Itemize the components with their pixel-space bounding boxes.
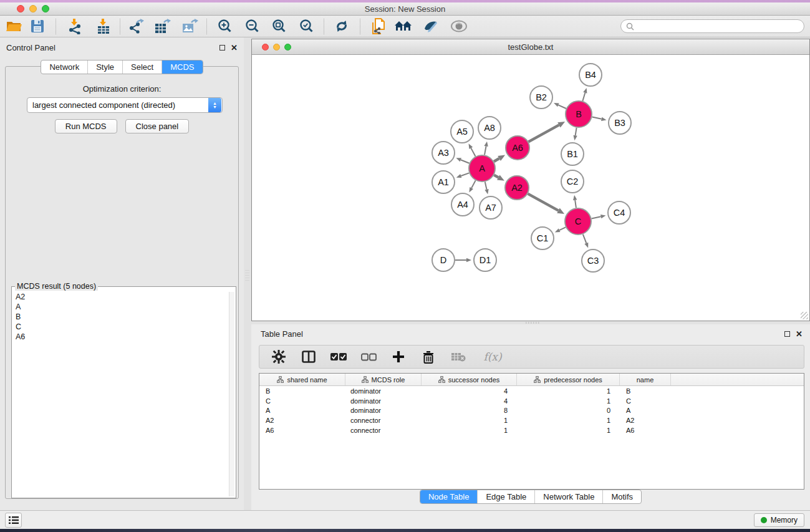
cell[interactable]: 1 xyxy=(517,417,620,424)
node-A7[interactable]: A7 xyxy=(480,196,502,219)
optimization-criterion-dropdown[interactable]: largest connected component (directed) ▲… xyxy=(27,97,223,113)
zoom-in-button[interactable] xyxy=(214,17,236,36)
delete-columns-button[interactable] xyxy=(420,351,436,364)
node-A3[interactable]: A3 xyxy=(432,142,455,164)
mcds-result-item[interactable]: B xyxy=(13,312,228,322)
column-header-name[interactable]: name xyxy=(620,374,671,385)
node-C[interactable]: C xyxy=(565,208,591,235)
close-panel-icon[interactable]: ✕ xyxy=(231,45,238,51)
search-input[interactable] xyxy=(637,22,799,31)
cell[interactable]: 8 xyxy=(422,407,517,414)
edge-A-A7[interactable] xyxy=(485,181,488,194)
tab-edge-table[interactable]: Edge Table xyxy=(477,490,534,503)
divider-grip[interactable] xyxy=(526,322,539,324)
table-row[interactable]: Bdominator41B xyxy=(259,386,804,396)
save-session-button[interactable] xyxy=(26,17,49,36)
column-header-successor-nodes[interactable]: successor nodes xyxy=(422,374,517,385)
deselect-all-button[interactable] xyxy=(360,353,377,361)
edge-C-C4[interactable] xyxy=(592,215,606,218)
cell[interactable]: B xyxy=(259,387,345,395)
function-builder-button[interactable]: f(x) xyxy=(480,351,505,363)
zoom-fit-button[interactable] xyxy=(268,17,291,36)
cell[interactable]: C xyxy=(620,397,671,405)
window-resize-grip[interactable] xyxy=(801,312,808,319)
close-panel-button[interactable]: Close panel xyxy=(125,119,190,133)
table-options-button[interactable] xyxy=(271,350,287,364)
edge-B-B3[interactable] xyxy=(592,117,607,121)
show-column-panel-button[interactable] xyxy=(301,351,317,363)
cell[interactable]: A xyxy=(620,407,671,414)
network-canvas[interactable]: B4B2BB3A8A5A6A3B1AC2A1A2A4A7C4CC1C3DD1 xyxy=(252,55,809,321)
vertical-split-divider[interactable] xyxy=(244,37,251,510)
edge-A-A8[interactable] xyxy=(484,142,488,155)
column-header-predecessor-nodes[interactable]: predecessor nodes xyxy=(517,374,620,385)
cell[interactable]: A xyxy=(259,407,345,414)
node-A6[interactable]: A6 xyxy=(506,136,529,160)
cell[interactable]: 1 xyxy=(422,427,517,434)
cell[interactable]: A6 xyxy=(620,427,671,434)
table-row[interactable]: A6connector11A6 xyxy=(259,425,804,435)
column-header-shared-name[interactable]: shared name xyxy=(259,374,345,385)
create-column-button[interactable] xyxy=(390,351,407,363)
node-D[interactable]: D xyxy=(432,249,455,271)
delete-table-button[interactable] xyxy=(450,352,466,362)
edge-B-B2[interactable] xyxy=(554,103,566,109)
export-table-button[interactable] xyxy=(152,17,174,36)
edge-D-D1[interactable] xyxy=(455,258,471,262)
task-history-button[interactable] xyxy=(5,513,22,528)
clone-network-button[interactable] xyxy=(367,17,390,36)
cell[interactable]: 1 xyxy=(422,417,517,424)
node-C4[interactable]: C4 xyxy=(608,201,630,224)
mcds-result-item[interactable]: A2 xyxy=(13,292,228,302)
cell[interactable]: 4 xyxy=(422,397,517,405)
node-B2[interactable]: B2 xyxy=(530,86,552,109)
edge-A-A3[interactable] xyxy=(456,158,469,163)
cell[interactable]: 4 xyxy=(422,387,517,395)
tab-network[interactable]: Network xyxy=(41,60,87,74)
cell[interactable]: connector xyxy=(345,417,422,424)
edge-C-C3[interactable] xyxy=(583,235,588,248)
zoom-out-button[interactable] xyxy=(241,17,264,36)
table-row[interactable]: Adominator80A xyxy=(259,406,804,416)
tab-style[interactable]: Style xyxy=(87,60,122,74)
open-file-button[interactable] xyxy=(2,17,25,36)
node-C1[interactable]: C1 xyxy=(531,227,554,249)
network-graph[interactable]: B4B2BB3A8A5A6A3B1AC2A1A2A4A7C4CC1C3DD1 xyxy=(252,55,809,321)
column-header-MCDS-role[interactable]: MCDS role xyxy=(345,374,422,385)
tab-select[interactable]: Select xyxy=(122,60,162,74)
float-table-panel-icon[interactable] xyxy=(784,331,790,337)
node-B1[interactable]: B1 xyxy=(561,143,584,165)
node-D1[interactable]: D1 xyxy=(474,249,496,271)
select-all-button[interactable] xyxy=(330,352,347,361)
edge-C-C1[interactable] xyxy=(555,227,566,232)
cell[interactable]: 1 xyxy=(517,387,620,395)
cell[interactable]: A2 xyxy=(259,417,345,424)
mcds-result-item[interactable]: A xyxy=(13,302,228,312)
edge-A6-B[interactable] xyxy=(529,122,566,142)
tab-node-table[interactable]: Node Table xyxy=(420,490,478,503)
search-field[interactable] xyxy=(620,19,804,33)
node-C3[interactable]: C3 xyxy=(582,249,604,272)
cell[interactable]: 1 xyxy=(517,427,620,434)
birds-eye-view-button[interactable] xyxy=(448,17,470,36)
run-mcds-button[interactable]: Run MCDS xyxy=(55,119,117,133)
node-B4[interactable]: B4 xyxy=(579,64,602,86)
table-row[interactable]: Cdominator41C xyxy=(259,396,804,406)
memory-button[interactable]: Memory xyxy=(754,513,804,527)
cell[interactable]: A2 xyxy=(620,417,671,424)
cell[interactable]: 0 xyxy=(517,407,620,414)
edge-A-A5[interactable] xyxy=(468,143,475,156)
table-row[interactable]: A2connector11A2 xyxy=(259,415,804,425)
node-C2[interactable]: C2 xyxy=(561,170,584,193)
node-A[interactable]: A xyxy=(469,155,495,181)
node-A1[interactable]: A1 xyxy=(432,171,455,193)
mcds-result-item[interactable]: C xyxy=(13,322,228,332)
cell[interactable]: connector xyxy=(345,427,422,434)
apply-layout-button[interactable] xyxy=(330,17,353,36)
cell[interactable]: C xyxy=(259,397,345,405)
edge-A-A6[interactable] xyxy=(494,155,505,162)
tab-network-table[interactable]: Network Table xyxy=(534,490,602,503)
node-A4[interactable]: A4 xyxy=(451,193,474,216)
tab-motifs[interactable]: Motifs xyxy=(602,490,641,503)
close-table-panel-icon[interactable]: ✕ xyxy=(796,331,803,337)
